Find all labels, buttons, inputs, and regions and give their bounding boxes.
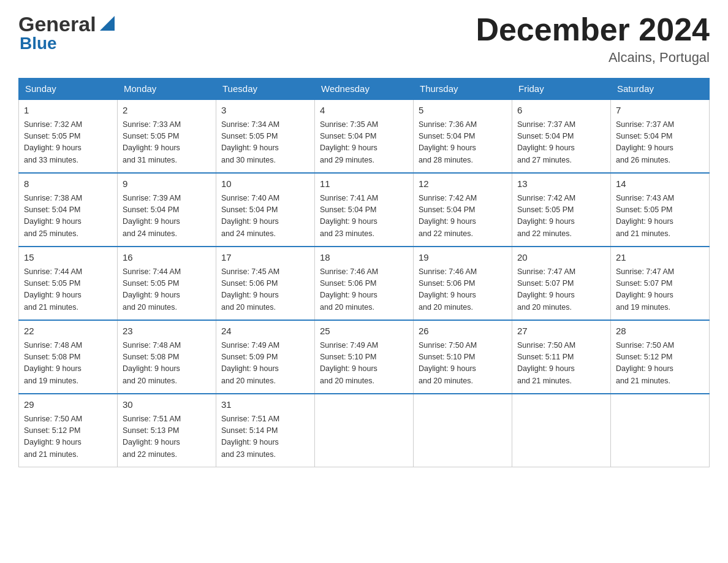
day-info: Sunrise: 7:50 AMSunset: 5:10 PMDaylight:… xyxy=(419,341,477,385)
day-info: Sunrise: 7:51 AMSunset: 5:13 PMDaylight:… xyxy=(123,415,181,459)
col-sunday: Sunday xyxy=(19,79,118,100)
day-number: 2 xyxy=(123,104,211,118)
day-info: Sunrise: 7:46 AMSunset: 5:06 PMDaylight:… xyxy=(419,267,477,312)
col-thursday: Thursday xyxy=(414,79,512,100)
calendar-week-row: 29 Sunrise: 7:50 AMSunset: 5:12 PMDaylig… xyxy=(19,394,710,467)
day-info: Sunrise: 7:37 AMSunset: 5:04 PMDaylight:… xyxy=(517,120,575,164)
day-number: 22 xyxy=(24,324,112,339)
table-row: 21 Sunrise: 7:47 AMSunset: 5:07 PMDaylig… xyxy=(611,247,710,320)
month-title: December 2024 xyxy=(476,12,710,47)
day-info: Sunrise: 7:50 AMSunset: 5:12 PMDaylight:… xyxy=(24,415,82,459)
table-row xyxy=(315,394,414,467)
day-number: 14 xyxy=(616,177,704,191)
table-row: 23 Sunrise: 7:48 AMSunset: 5:08 PMDaylig… xyxy=(118,320,216,394)
page-header: General Blue December 2024 Alcains, Port… xyxy=(18,12,710,66)
table-row: 4 Sunrise: 7:35 AMSunset: 5:04 PMDayligh… xyxy=(315,99,414,173)
table-row: 2 Sunrise: 7:33 AMSunset: 5:05 PMDayligh… xyxy=(118,99,216,173)
table-row: 14 Sunrise: 7:43 AMSunset: 5:05 PMDaylig… xyxy=(611,173,710,247)
table-row: 27 Sunrise: 7:50 AMSunset: 5:11 PMDaylig… xyxy=(512,320,611,394)
calendar-week-row: 8 Sunrise: 7:38 AMSunset: 5:04 PMDayligh… xyxy=(19,173,710,247)
table-row xyxy=(611,394,710,467)
day-number: 3 xyxy=(221,104,309,118)
table-row: 8 Sunrise: 7:38 AMSunset: 5:04 PMDayligh… xyxy=(19,173,118,247)
day-number: 6 xyxy=(517,104,605,118)
day-info: Sunrise: 7:49 AMSunset: 5:10 PMDaylight:… xyxy=(320,341,378,385)
day-number: 29 xyxy=(24,398,112,412)
day-info: Sunrise: 7:35 AMSunset: 5:04 PMDaylight:… xyxy=(320,120,378,164)
calendar-week-row: 22 Sunrise: 7:48 AMSunset: 5:08 PMDaylig… xyxy=(19,320,710,394)
table-row: 9 Sunrise: 7:39 AMSunset: 5:04 PMDayligh… xyxy=(118,173,216,247)
table-row: 24 Sunrise: 7:49 AMSunset: 5:09 PMDaylig… xyxy=(216,320,315,394)
day-number: 30 xyxy=(123,398,211,412)
day-info: Sunrise: 7:51 AMSunset: 5:14 PMDaylight:… xyxy=(221,415,279,459)
day-info: Sunrise: 7:45 AMSunset: 5:06 PMDaylight:… xyxy=(221,267,279,312)
day-info: Sunrise: 7:47 AMSunset: 5:07 PMDaylight:… xyxy=(517,267,575,312)
day-number: 1 xyxy=(24,104,112,118)
day-info: Sunrise: 7:46 AMSunset: 5:06 PMDaylight:… xyxy=(320,267,378,312)
day-number: 16 xyxy=(123,251,211,265)
col-monday: Monday xyxy=(118,79,216,100)
day-number: 10 xyxy=(221,177,309,191)
day-number: 13 xyxy=(517,177,605,191)
table-row: 13 Sunrise: 7:42 AMSunset: 5:05 PMDaylig… xyxy=(512,173,611,247)
col-wednesday: Wednesday xyxy=(315,79,414,100)
day-number: 25 xyxy=(320,324,408,339)
logo-general-text: General xyxy=(18,12,96,36)
day-number: 26 xyxy=(419,324,507,339)
day-number: 4 xyxy=(320,104,408,118)
table-row: 30 Sunrise: 7:51 AMSunset: 5:13 PMDaylig… xyxy=(118,394,216,467)
day-number: 19 xyxy=(419,251,507,265)
day-number: 27 xyxy=(517,324,605,339)
table-row: 11 Sunrise: 7:41 AMSunset: 5:04 PMDaylig… xyxy=(315,173,414,247)
day-number: 15 xyxy=(24,251,112,265)
day-info: Sunrise: 7:49 AMSunset: 5:09 PMDaylight:… xyxy=(221,341,279,385)
day-number: 31 xyxy=(221,398,309,412)
day-info: Sunrise: 7:36 AMSunset: 5:04 PMDaylight:… xyxy=(419,120,477,164)
day-info: Sunrise: 7:42 AMSunset: 5:04 PMDaylight:… xyxy=(419,194,477,238)
table-row: 26 Sunrise: 7:50 AMSunset: 5:10 PMDaylig… xyxy=(414,320,512,394)
table-row: 18 Sunrise: 7:46 AMSunset: 5:06 PMDaylig… xyxy=(315,247,414,320)
day-info: Sunrise: 7:44 AMSunset: 5:05 PMDaylight:… xyxy=(24,267,82,312)
day-number: 7 xyxy=(616,104,704,118)
table-row xyxy=(414,394,512,467)
day-number: 18 xyxy=(320,251,408,265)
day-info: Sunrise: 7:50 AMSunset: 5:12 PMDaylight:… xyxy=(616,341,674,385)
title-section: December 2024 Alcains, Portugal xyxy=(476,12,710,66)
logo: General Blue xyxy=(18,12,117,53)
table-row: 1 Sunrise: 7:32 AMSunset: 5:05 PMDayligh… xyxy=(19,99,118,173)
svg-marker-0 xyxy=(100,16,115,31)
table-row: 5 Sunrise: 7:36 AMSunset: 5:04 PMDayligh… xyxy=(414,99,512,173)
day-info: Sunrise: 7:44 AMSunset: 5:05 PMDaylight:… xyxy=(123,267,181,312)
day-number: 24 xyxy=(221,324,309,339)
day-number: 12 xyxy=(419,177,507,191)
day-info: Sunrise: 7:43 AMSunset: 5:05 PMDaylight:… xyxy=(616,194,674,238)
logo-blue-text: Blue xyxy=(20,34,57,53)
day-info: Sunrise: 7:37 AMSunset: 5:04 PMDaylight:… xyxy=(616,120,674,164)
day-info: Sunrise: 7:34 AMSunset: 5:05 PMDaylight:… xyxy=(221,120,279,164)
day-info: Sunrise: 7:48 AMSunset: 5:08 PMDaylight:… xyxy=(123,341,181,385)
day-number: 8 xyxy=(24,177,112,191)
day-number: 9 xyxy=(123,177,211,191)
day-info: Sunrise: 7:50 AMSunset: 5:11 PMDaylight:… xyxy=(517,341,575,385)
day-info: Sunrise: 7:38 AMSunset: 5:04 PMDaylight:… xyxy=(24,194,82,238)
day-number: 28 xyxy=(616,324,704,339)
table-row: 12 Sunrise: 7:42 AMSunset: 5:04 PMDaylig… xyxy=(414,173,512,247)
day-number: 17 xyxy=(221,251,309,265)
day-number: 11 xyxy=(320,177,408,191)
table-row: 29 Sunrise: 7:50 AMSunset: 5:12 PMDaylig… xyxy=(19,394,118,467)
day-number: 23 xyxy=(123,324,211,339)
day-info: Sunrise: 7:40 AMSunset: 5:04 PMDaylight:… xyxy=(221,194,279,238)
table-row: 15 Sunrise: 7:44 AMSunset: 5:05 PMDaylig… xyxy=(19,247,118,320)
table-row: 10 Sunrise: 7:40 AMSunset: 5:04 PMDaylig… xyxy=(216,173,315,247)
day-number: 20 xyxy=(517,251,605,265)
col-friday: Friday xyxy=(512,79,611,100)
calendar-table: Sunday Monday Tuesday Wednesday Thursday… xyxy=(18,78,710,467)
table-row: 7 Sunrise: 7:37 AMSunset: 5:04 PMDayligh… xyxy=(611,99,710,173)
table-row: 17 Sunrise: 7:45 AMSunset: 5:06 PMDaylig… xyxy=(216,247,315,320)
col-saturday: Saturday xyxy=(611,79,710,100)
table-row: 19 Sunrise: 7:46 AMSunset: 5:06 PMDaylig… xyxy=(414,247,512,320)
table-row: 25 Sunrise: 7:49 AMSunset: 5:10 PMDaylig… xyxy=(315,320,414,394)
table-row: 31 Sunrise: 7:51 AMSunset: 5:14 PMDaylig… xyxy=(216,394,315,467)
logo-arrow-icon xyxy=(97,13,117,33)
calendar-header-row: Sunday Monday Tuesday Wednesday Thursday… xyxy=(19,79,710,100)
